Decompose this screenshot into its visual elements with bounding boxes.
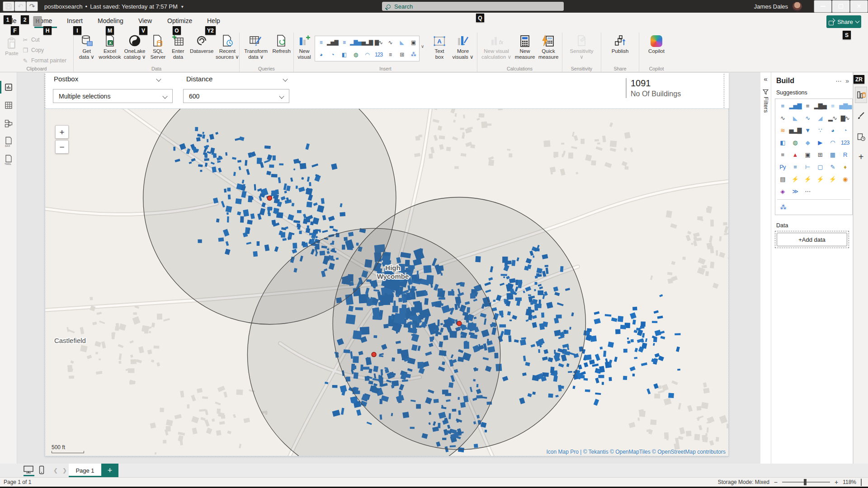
postbox-marker[interactable] (457, 321, 462, 326)
more-visuals-icon[interactable]: ⋯ (802, 186, 813, 197)
get-data-button[interactable]: Get data ∨ (75, 33, 98, 60)
pie-chart-icon[interactable]: ◕ (826, 125, 838, 136)
stacked-area-chart-icon[interactable]: ∿ (802, 113, 813, 124)
dax-query-view-button[interactable]: DAX (0, 134, 17, 150)
power-automate-filter-icon[interactable]: ⚡ (826, 174, 838, 185)
table-icon[interactable]: ⊞ (814, 149, 826, 161)
line-chart-icon[interactable]: ∿ (388, 40, 392, 45)
more-visuals-button[interactable]: More visuals ∨ (451, 33, 475, 60)
postbox-marker[interactable] (267, 196, 272, 200)
hundred-stacked-bar-icon[interactable]: ≡ (826, 100, 838, 112)
paste-button[interactable]: Paste (2, 35, 22, 56)
matrix-icon[interactable]: ▦ (826, 149, 838, 161)
transform-data-button[interactable]: Transform data ∨ (242, 33, 269, 60)
donut-chart-icon[interactable]: ◔ (331, 52, 334, 57)
filled-map-icon[interactable]: ◆ (802, 137, 813, 149)
next-page-button[interactable]: ❯ (62, 467, 67, 474)
stacked-bar-chart-icon[interactable]: ≡ (777, 100, 788, 112)
icon-map-pro-visual-icon[interactable]: ⁂ (777, 202, 789, 213)
tab-insert[interactable]: Insert (67, 17, 83, 24)
document-title[interactable]: postboxsearch • Last saved: Yesterday at… (44, 3, 184, 10)
enter-data-button[interactable]: Enter data (168, 33, 188, 60)
scatter-chart-icon[interactable]: ∵ (814, 125, 826, 136)
tmdl-view-button[interactable]: TMDL (0, 152, 17, 168)
more-options-icon[interactable]: ⋯ (835, 77, 842, 84)
tab-modeling[interactable]: Modeling (98, 17, 123, 24)
redo-icon[interactable]: ↷ (26, 1, 38, 11)
add-pane-button[interactable]: + (855, 150, 867, 164)
excel-workbook-button[interactable]: X Excel workbook (98, 33, 122, 60)
format-pane-button[interactable] (855, 109, 867, 123)
tab-help[interactable]: Help (207, 17, 220, 24)
combo-chart-icon[interactable]: ▇∿ (375, 40, 382, 45)
new-visual-calculation-button[interactable]: fx New visual calculation ∨ (479, 33, 514, 60)
sensitivity-button[interactable]: Sensitivity ∨ (563, 33, 601, 60)
add-data-button[interactable]: +Add data (777, 233, 847, 246)
onelake-catalog-button[interactable]: OneLake catalog ∨ (122, 33, 148, 60)
card-icon[interactable]: 123 (839, 137, 851, 149)
map-zoom-out-button[interactable]: − (55, 140, 69, 154)
new-visual-button[interactable]: New visual (294, 33, 315, 60)
treemap-icon[interactable]: ◧ (777, 137, 788, 149)
quick-measure-button[interactable]: Quick measure (536, 33, 561, 60)
hierarchy-visual-icon[interactable]: ◈ (777, 186, 788, 197)
analytics-pane-button[interactable] (855, 130, 867, 144)
new-measure-button[interactable]: New measure (514, 33, 536, 60)
postbox-marker[interactable] (372, 352, 376, 357)
field-parameters-icon[interactable]: ≡ (789, 161, 801, 173)
map-zoom-in-button[interactable]: + (55, 125, 69, 139)
recent-sources-button[interactable]: Recent sources ∨ (216, 33, 239, 60)
paginated-report-icon[interactable]: ▤ (777, 174, 788, 185)
page-tab[interactable]: Page 1 (69, 464, 101, 477)
zoom-in-button[interactable]: + (835, 479, 838, 486)
text-box-button[interactable]: A Text box (429, 33, 449, 60)
zoom-slider-handle[interactable] (804, 479, 807, 485)
map-icon[interactable]: ◍ (789, 137, 801, 149)
gallery-expand-button[interactable]: ∨ (421, 44, 424, 49)
clustered-column-chart-icon[interactable]: ▂▇▅ (814, 100, 826, 112)
refresh-button[interactable]: Refresh (269, 33, 293, 54)
treemap-icon[interactable]: ◧ (342, 52, 346, 57)
metrics-icon[interactable]: ♦ (839, 161, 851, 173)
smart-narrative-icon[interactable]: ✎ (826, 161, 838, 173)
build-pane-button[interactable] (855, 87, 867, 103)
previous-page-button[interactable]: ❮ (53, 467, 58, 474)
custom-visual-icon[interactable]: ⁂ (411, 52, 416, 57)
close-button[interactable]: × (850, 0, 868, 13)
power-automate-icon[interactable]: ≫ (789, 186, 801, 197)
search-input[interactable]: Search (382, 2, 564, 11)
multi-row-card-icon[interactable]: ≡ (777, 149, 788, 161)
chevron-down-icon[interactable] (283, 76, 288, 81)
user-name[interactable]: James Dales (754, 3, 788, 10)
fit-to-page-button[interactable] (861, 479, 862, 486)
maximize-button[interactable] (832, 0, 850, 13)
map-icon[interactable]: ◍ (354, 52, 358, 57)
table-icon[interactable]: ⊞ (400, 52, 404, 57)
map-attribution[interactable]: Icon Map Pro | © Tekantis © OpenMapTiles… (547, 449, 726, 455)
save-icon[interactable] (3, 1, 14, 11)
slicer-icon[interactable]: ▣ (802, 149, 813, 161)
stacked-column-chart-icon[interactable]: ▂▅▇ (327, 40, 338, 45)
azure-map-icon[interactable]: ▶ (814, 137, 826, 149)
area-chart-icon[interactable]: ◣ (400, 40, 404, 45)
power-automate-visual-icon[interactable]: ⚡ (802, 174, 813, 185)
pie-chart-icon[interactable]: ◕ (320, 52, 322, 57)
ribbon-chart-icon[interactable]: ≋ (777, 125, 788, 136)
filters-pane-title[interactable]: Filters (763, 97, 769, 113)
minimize-button[interactable] (814, 0, 832, 13)
table-view-button[interactable] (0, 98, 17, 113)
stacked-bar-chart-icon[interactable]: ≡ (320, 40, 322, 45)
report-page[interactable]: Postbox Multiple selections Distance 600… (45, 73, 729, 456)
waterfall-chart-icon[interactable]: ▅▂▇ (362, 40, 373, 45)
model-view-button[interactable] (0, 116, 17, 131)
waterfall-chart-icon[interactable]: ▅▂▇ (789, 125, 801, 136)
new-page-button[interactable]: + (101, 464, 118, 477)
area-chart-icon[interactable]: ◣ (789, 113, 801, 124)
zoom-out-button[interactable]: − (774, 479, 778, 486)
power-apps-filter-icon[interactable]: ⚡ (814, 174, 826, 185)
stacked-column-chart-icon[interactable]: ▂▅▇ (789, 100, 801, 112)
avatar[interactable] (793, 2, 802, 11)
basic-area-chart-icon[interactable]: ◢ (814, 113, 826, 124)
format-painter-button[interactable]: ✎Format painter (22, 56, 66, 65)
undo-icon[interactable]: ↶ (14, 1, 26, 11)
